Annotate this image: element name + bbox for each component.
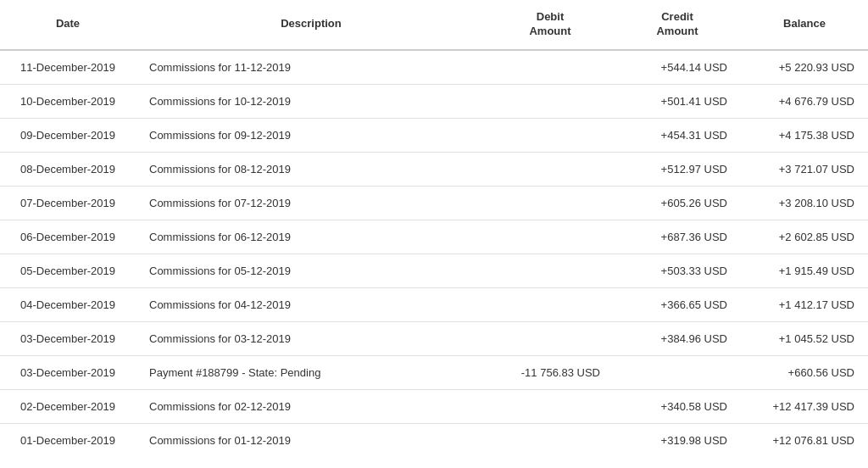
cell-balance: +12 076.81 USD bbox=[741, 423, 868, 457]
cell-credit: +366.65 USD bbox=[614, 287, 741, 321]
cell-description: Commissions for 01-12-2019 bbox=[136, 423, 487, 457]
cell-description: Commissions for 05-12-2019 bbox=[136, 254, 487, 287]
table-row: 10-December-2019Commissions for 10-12-20… bbox=[0, 84, 868, 118]
cell-balance: +2 602.85 USD bbox=[741, 220, 868, 254]
cell-balance: +1 412.17 USD bbox=[741, 287, 868, 321]
transactions-table: Date Description DebitAmount CreditAmoun… bbox=[0, 0, 868, 457]
cell-debit bbox=[487, 423, 614, 457]
cell-balance: +660.56 USD bbox=[741, 355, 868, 389]
cell-debit bbox=[487, 118, 614, 152]
table-row: 09-December-2019Commissions for 09-12-20… bbox=[0, 118, 868, 152]
cell-date: 08-December-2019 bbox=[0, 152, 136, 186]
header-description: Description bbox=[136, 0, 487, 50]
cell-balance: +3 208.10 USD bbox=[741, 186, 868, 220]
table-row: 11-December-2019Commissions for 11-12-20… bbox=[0, 50, 868, 85]
cell-date: 05-December-2019 bbox=[0, 254, 136, 287]
cell-date: 09-December-2019 bbox=[0, 118, 136, 152]
cell-date: 11-December-2019 bbox=[0, 50, 136, 85]
cell-date: 07-December-2019 bbox=[0, 186, 136, 220]
header-debit: DebitAmount bbox=[487, 0, 614, 50]
cell-debit bbox=[487, 220, 614, 254]
header-balance: Balance bbox=[741, 0, 868, 50]
cell-credit: +501.41 USD bbox=[614, 84, 741, 118]
cell-credit: +454.31 USD bbox=[614, 118, 741, 152]
cell-credit: +340.58 USD bbox=[614, 389, 741, 423]
cell-description: Payment #188799 - State: Pending bbox=[136, 355, 487, 389]
header-date: Date bbox=[0, 0, 136, 50]
cell-description: Commissions for 02-12-2019 bbox=[136, 389, 487, 423]
cell-description: Commissions for 11-12-2019 bbox=[136, 50, 487, 85]
cell-description: Commissions for 10-12-2019 bbox=[136, 84, 487, 118]
cell-credit: +319.98 USD bbox=[614, 423, 741, 457]
cell-debit bbox=[487, 287, 614, 321]
cell-description: Commissions for 07-12-2019 bbox=[136, 186, 487, 220]
cell-debit bbox=[487, 254, 614, 287]
cell-credit: +503.33 USD bbox=[614, 254, 741, 287]
cell-credit: +687.36 USD bbox=[614, 220, 741, 254]
cell-debit bbox=[487, 152, 614, 186]
cell-debit bbox=[487, 186, 614, 220]
cell-credit: +544.14 USD bbox=[614, 50, 741, 85]
cell-debit: -11 756.83 USD bbox=[487, 355, 614, 389]
cell-description: Commissions for 09-12-2019 bbox=[136, 118, 487, 152]
table-row: 07-December-2019Commissions for 07-12-20… bbox=[0, 186, 868, 220]
cell-credit: +384.96 USD bbox=[614, 321, 741, 355]
cell-date: 02-December-2019 bbox=[0, 389, 136, 423]
table-row: 03-December-2019Payment #188799 - State:… bbox=[0, 355, 868, 389]
cell-balance: +1 915.49 USD bbox=[741, 254, 868, 287]
cell-description: Commissions for 03-12-2019 bbox=[136, 321, 487, 355]
cell-debit bbox=[487, 84, 614, 118]
table-row: 08-December-2019Commissions for 08-12-20… bbox=[0, 152, 868, 186]
cell-balance: +1 045.52 USD bbox=[741, 321, 868, 355]
cell-date: 06-December-2019 bbox=[0, 220, 136, 254]
cell-date: 04-December-2019 bbox=[0, 287, 136, 321]
cell-date: 03-December-2019 bbox=[0, 321, 136, 355]
cell-date: 10-December-2019 bbox=[0, 84, 136, 118]
cell-credit bbox=[614, 355, 741, 389]
cell-description: Commissions for 06-12-2019 bbox=[136, 220, 487, 254]
cell-balance: +4 676.79 USD bbox=[741, 84, 868, 118]
cell-balance: +3 721.07 USD bbox=[741, 152, 868, 186]
table-row: 02-December-2019Commissions for 02-12-20… bbox=[0, 389, 868, 423]
cell-credit: +605.26 USD bbox=[614, 186, 741, 220]
header-credit: CreditAmount bbox=[614, 0, 741, 50]
cell-date: 01-December-2019 bbox=[0, 423, 136, 457]
cell-date: 03-December-2019 bbox=[0, 355, 136, 389]
cell-debit bbox=[487, 50, 614, 85]
table-row: 04-December-2019Commissions for 04-12-20… bbox=[0, 287, 868, 321]
table-row: 01-December-2019Commissions for 01-12-20… bbox=[0, 423, 868, 457]
cell-balance: +5 220.93 USD bbox=[741, 50, 868, 85]
cell-debit bbox=[487, 321, 614, 355]
cell-debit bbox=[487, 389, 614, 423]
cell-balance: +12 417.39 USD bbox=[741, 389, 868, 423]
table-row: 06-December-2019Commissions for 06-12-20… bbox=[0, 220, 868, 254]
table-row: 05-December-2019Commissions for 05-12-20… bbox=[0, 254, 868, 287]
cell-description: Commissions for 04-12-2019 bbox=[136, 287, 487, 321]
cell-balance: +4 175.38 USD bbox=[741, 118, 868, 152]
cell-description: Commissions for 08-12-2019 bbox=[136, 152, 487, 186]
table-row: 03-December-2019Commissions for 03-12-20… bbox=[0, 321, 868, 355]
cell-credit: +512.97 USD bbox=[614, 152, 741, 186]
